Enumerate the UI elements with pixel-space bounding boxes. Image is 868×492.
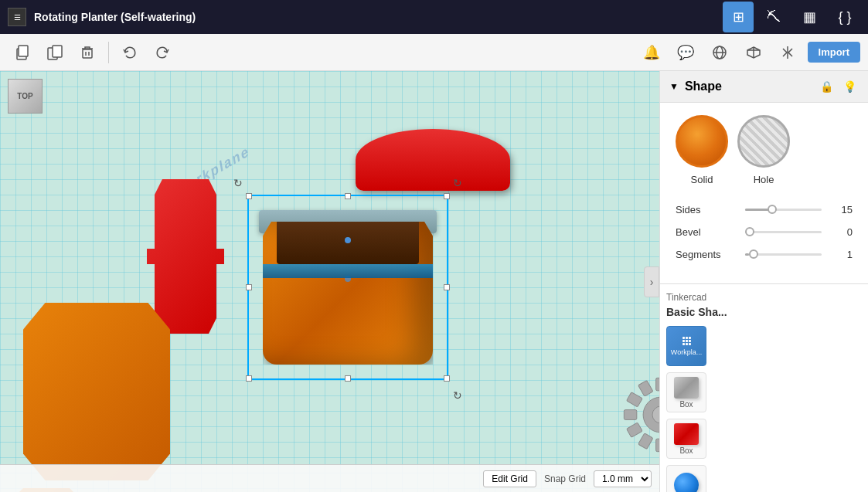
toolbar: 🔔 💬 Import — [0, 34, 868, 71]
hole-circle — [737, 115, 790, 168]
shapes-grid: Workpla... Box Box — [666, 326, 862, 492]
visibility-icon[interactable]: 💡 — [840, 77, 859, 96]
duplicate-button[interactable] — [40, 38, 70, 67]
blue-sphere-row — [666, 465, 862, 492]
redo-button[interactable] — [148, 38, 177, 67]
solid-option[interactable]: Solid — [676, 115, 728, 185]
mirror-icon[interactable] — [774, 39, 802, 66]
gray-box-label: Box — [679, 400, 693, 409]
center-indicator — [345, 237, 351, 243]
tinkercad-header: Tinkercad — [666, 292, 862, 303]
view-icon-2[interactable] — [740, 39, 768, 66]
edit-grid-button[interactable]: Edit Grid — [483, 470, 536, 487]
nav-tools[interactable]: ⛏ — [758, 2, 789, 32]
red-bowl-object[interactable] — [356, 129, 510, 191]
solid-circle — [676, 115, 728, 168]
segments-value: 1 — [829, 249, 853, 260]
gray-box-tile[interactable]: Box — [666, 372, 706, 412]
hole-label: Hole — [754, 174, 774, 185]
nav-icons: ⊞ ⛏ ▦ { } — [723, 2, 860, 32]
svg-rect-24 — [624, 410, 637, 420]
red-handle-object[interactable] — [147, 179, 224, 334]
segments-row: Segments 1 — [676, 249, 853, 260]
right-panel: ▼ Shape 🔒 💡 Solid Hole — [659, 71, 868, 492]
undo-button[interactable] — [115, 38, 145, 67]
svg-rect-22 — [638, 433, 653, 450]
nav-grid-view[interactable]: ⊞ — [723, 2, 754, 32]
sides-value: 15 — [829, 204, 853, 215]
import-button[interactable]: Import — [808, 42, 860, 63]
segments-slider[interactable] — [745, 253, 822, 256]
bevel-slider[interactable] — [745, 231, 822, 233]
chat-icon[interactable]: 💬 — [672, 39, 700, 66]
sides-row: Sides 15 — [676, 204, 853, 215]
shape-panel-title: Shape — [685, 80, 811, 93]
gray-box-row: Box — [666, 372, 862, 412]
viewport[interactable]: Workplane TOP — [0, 71, 659, 492]
copy-button[interactable] — [8, 38, 37, 67]
delete-button[interactable] — [73, 38, 102, 67]
svg-rect-15 — [656, 378, 659, 391]
toolbar-right: 🔔 💬 Import — [638, 39, 860, 66]
bevel-value: 0 — [829, 226, 853, 238]
gear-object[interactable] — [618, 372, 659, 457]
tinkercad-panel: Tinkercad Basic Sha... Workpla... — [660, 284, 868, 492]
snap-grid-label: Snap Grid — [544, 473, 586, 484]
shape-properties: Sides 15 Bevel 0 — [660, 198, 868, 283]
shape-panel-collapse[interactable]: ▼ — [669, 81, 679, 92]
expand-panel-handle[interactable]: › — [644, 266, 659, 297]
shape-type-options: Solid Hole — [660, 103, 868, 198]
bevel-slider-thumb[interactable] — [745, 227, 754, 236]
svg-rect-26 — [638, 381, 653, 397]
red-box-label: Box — [679, 446, 693, 455]
segments-slider-thumb[interactable] — [749, 249, 758, 259]
svg-rect-3 — [53, 46, 62, 57]
red-box-tile[interactable]: Box — [666, 419, 706, 459]
workplane-tile[interactable]: Workpla... — [666, 326, 706, 366]
blue-sphere-tile[interactable] — [666, 465, 706, 492]
solid-label: Solid — [691, 174, 713, 185]
nav-code[interactable]: { } — [829, 2, 860, 32]
workplane-tile-label: Workpla... — [671, 348, 702, 356]
sides-label: Sides — [676, 204, 737, 215]
gray-box-icon — [674, 377, 699, 399]
main: Workplane TOP — [0, 71, 868, 492]
shape-panel-icons: 🔒 💡 — [817, 77, 859, 96]
svg-rect-23 — [627, 422, 643, 437]
shape-panel-header: ▼ Shape 🔒 💡 — [660, 71, 868, 103]
hole-option[interactable]: Hole — [737, 115, 790, 185]
planter-body — [263, 222, 433, 365]
workplane-grid-icon — [682, 337, 691, 345]
lock-icon[interactable]: 🔒 — [817, 77, 836, 96]
blue-sphere-icon — [674, 473, 699, 492]
svg-rect-4 — [83, 49, 92, 58]
bottombar: Edit Grid Snap Grid 1.0 mm 0.5 mm 2.0 mm… — [0, 464, 659, 492]
tinkercad-title: Basic Sha... — [666, 306, 862, 318]
red-box-icon — [674, 423, 699, 445]
bevel-row: Bevel 0 — [676, 226, 853, 238]
bevel-label: Bevel — [676, 226, 737, 238]
workplane-row: Workpla... — [666, 326, 862, 366]
view-icon-1[interactable] — [706, 39, 734, 66]
notify-icon[interactable]: 🔔 — [638, 39, 665, 66]
svg-rect-25 — [627, 392, 643, 407]
nav-components[interactable]: ▦ — [794, 2, 825, 32]
red-box-row: Box — [666, 419, 862, 459]
selected-planter[interactable]: ↻ ↻ ↻ — [263, 210, 433, 365]
toolbar-separator — [108, 42, 109, 63]
blue-ring — [263, 264, 433, 278]
shape-panel: ▼ Shape 🔒 💡 Solid Hole — [660, 71, 868, 284]
svg-rect-1 — [19, 46, 28, 56]
topbar: ☰ Rotating Planter (Self-watering) ⊞ ⛏ ▦… — [0, 0, 868, 34]
orientation-cube[interactable]: TOP — [8, 79, 50, 121]
window-title: Rotating Planter (Self-watering) — [34, 11, 715, 23]
sides-slider-thumb[interactable] — [768, 205, 777, 214]
segments-label: Segments — [676, 249, 737, 260]
svg-rect-21 — [656, 439, 659, 452]
sides-slider[interactable] — [745, 209, 822, 211]
orange-can-object[interactable] — [23, 303, 170, 480]
app-icon: ☰ — [8, 8, 26, 26]
snap-grid-select[interactable]: 1.0 mm 0.5 mm 2.0 mm 5.0 mm — [594, 470, 652, 487]
